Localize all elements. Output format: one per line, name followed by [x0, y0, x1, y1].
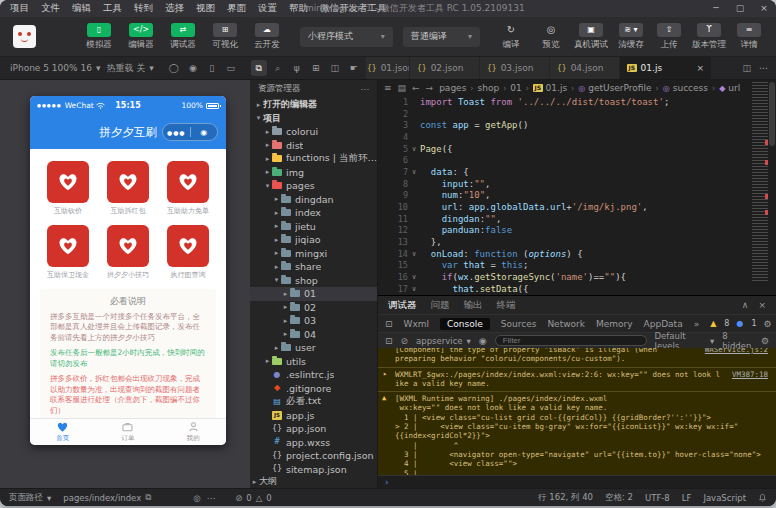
- debugger-tab[interactable]: 问题: [431, 299, 450, 312]
- phone-tab-profile[interactable]: 我的: [161, 419, 226, 445]
- tree-item[interactable]: ▸share: [250, 260, 377, 274]
- editor-tab[interactable]: {}03.json: [480, 57, 550, 79]
- fold-icon[interactable]: ∨: [408, 168, 420, 176]
- split-editor-icon[interactable]: ◫: [742, 63, 751, 73]
- tree-item[interactable]: ▾pages: [250, 179, 377, 193]
- tree-item[interactable]: ▸functions | 当前环境: cl...: [250, 152, 377, 166]
- indentation-setting[interactable]: 空格: 2: [605, 492, 633, 504]
- tree-item[interactable]: ▸01: [250, 287, 377, 301]
- cursor-position[interactable]: 行 162, 列 40: [538, 492, 593, 504]
- menu-item[interactable]: 编辑: [66, 2, 97, 15]
- menu-item[interactable]: 工具: [97, 2, 128, 15]
- tree-item[interactable]: JSapp.js: [250, 409, 377, 423]
- editor-menu-icon[interactable]: ≡: [384, 83, 392, 93]
- tree-item[interactable]: ◆.gitignore: [250, 382, 377, 396]
- devtools-tab[interactable]: Memory: [596, 319, 633, 329]
- tab-strip-more-icon[interactable]: ⋯: [759, 63, 768, 73]
- breadcrumb-item[interactable]: shop: [478, 83, 500, 93]
- back-icon[interactable]: ←: [412, 83, 420, 93]
- menu-item[interactable]: 设置: [252, 2, 283, 15]
- action-button-version[interactable]: ϒ版本管理: [690, 23, 728, 51]
- window-close-button[interactable]: ×: [752, 0, 776, 17]
- editor-tab[interactable]: {}02.json: [410, 57, 480, 79]
- menu-item[interactable]: 项目: [4, 2, 35, 15]
- explorer-section[interactable]: ▸打开的编辑器: [250, 98, 377, 112]
- more-dots-icon[interactable]: ●●●: [163, 129, 190, 136]
- tree-item[interactable]: ▸user: [250, 341, 377, 355]
- action-button-clear-cache[interactable]: ≋ ▾清缓存: [612, 23, 650, 51]
- debugger-tab[interactable]: 调试器: [388, 299, 417, 312]
- tree-item[interactable]: #app.wxss: [250, 436, 377, 450]
- toolbar-button-debugger[interactable]: ⇄调试器: [164, 23, 202, 51]
- breadcrumb-item[interactable]: ◎success: [663, 83, 708, 93]
- eol-setting[interactable]: LF: [682, 493, 692, 503]
- tree-item[interactable]: ▸img: [250, 166, 377, 180]
- explorer-section[interactable]: ▾项目: [250, 112, 377, 126]
- toolbar-button-editor-code[interactable]: </>编辑器: [122, 23, 160, 51]
- devtools-tab[interactable]: AppData: [644, 319, 683, 329]
- device-select[interactable]: iPhone 5 100% 16▾: [10, 63, 100, 73]
- breadcrumb-item[interactable]: 01: [510, 83, 521, 93]
- menu-item[interactable]: 视图: [190, 2, 221, 15]
- panel-icon[interactable]: ◫: [327, 60, 343, 76]
- git-branch-icon[interactable]: ψ: [289, 60, 305, 76]
- problems-indicator[interactable]: ⊘0 △0: [235, 493, 272, 503]
- copy-icon[interactable]: ⧉: [145, 492, 151, 503]
- page-path-select[interactable]: 页面路径▾: [9, 492, 51, 504]
- user-avatar[interactable]: [13, 25, 36, 48]
- breadcrumb-item[interactable]: ◎getUserProfile: [578, 83, 651, 93]
- console-settings-icon[interactable]: ⚙: [761, 336, 769, 346]
- portrait-icon[interactable]: ▯: [204, 60, 220, 76]
- tree-item[interactable]: ▸jiqiao: [250, 233, 377, 247]
- editor-tab[interactable]: {}04.json: [550, 57, 620, 79]
- source-link[interactable]: VM387:18: [732, 370, 768, 389]
- action-button-preview[interactable]: ◎预览: [532, 23, 570, 51]
- layout-icon[interactable]: ⊞: [308, 60, 324, 76]
- inspect-icon[interactable]: ⊡: [385, 336, 393, 346]
- search-icon[interactable]: ⌕: [270, 60, 286, 76]
- compile-mode-select[interactable]: 普通编译▾: [403, 27, 480, 47]
- collapse-panel-icon[interactable]: ∧: [742, 300, 749, 310]
- menu-item[interactable]: 界面: [221, 2, 252, 15]
- console-filter-input[interactable]: [495, 335, 647, 346]
- current-page-path[interactable]: pages/index/index⧉: [63, 492, 151, 503]
- bell-icon[interactable]: [758, 493, 767, 503]
- breadcrumb-item[interactable]: ◆url: [719, 83, 740, 93]
- hot-reload-toggle[interactable]: 热重载 关▾: [106, 62, 153, 75]
- editor-scrollbar[interactable]: [768, 80, 776, 295]
- encoding-setting[interactable]: UTF-8: [645, 493, 670, 503]
- capsule-menu[interactable]: ●●● ◉: [162, 123, 218, 141]
- forward-icon[interactable]: →: [426, 83, 434, 93]
- miniprogram-grid-item[interactable]: 互助拆红包: [104, 161, 152, 216]
- close-panel-icon[interactable]: ×: [758, 300, 766, 310]
- context-select[interactable]: appservice▾: [416, 336, 471, 346]
- rotate-icon[interactable]: ◯: [166, 60, 182, 76]
- action-button-device-debug[interactable]: ▣真机调试: [572, 23, 610, 51]
- window-minimize-button[interactable]: ─: [704, 0, 728, 17]
- clear-console-icon[interactable]: ⊘: [401, 336, 409, 346]
- tree-item[interactable]: {}sitemap.json: [250, 463, 377, 476]
- miniprogram-grid-item[interactable]: 执行图查询: [164, 225, 212, 280]
- menu-item[interactable]: 转到: [128, 2, 159, 15]
- phone-tab-heart[interactable]: 首页: [30, 419, 95, 445]
- menu-item[interactable]: 文件: [35, 2, 66, 15]
- miniprogram-grid-item[interactable]: 互助保卫现金: [44, 225, 92, 280]
- action-button-upload[interactable]: ⇧上传: [650, 23, 688, 51]
- fold-icon[interactable]: ∨: [408, 250, 420, 258]
- devtools-settings-icon[interactable]: ⚙: [764, 319, 772, 329]
- fold-icon[interactable]: ∨: [408, 273, 420, 281]
- toolbar-button-simulator[interactable]: ▯模拟器: [80, 23, 118, 51]
- tab-close-icon[interactable]: ×: [696, 63, 704, 73]
- action-button-compile[interactable]: ↻编译: [492, 23, 530, 51]
- debugger-tab[interactable]: 终端: [497, 299, 516, 312]
- tree-item[interactable]: ▤必看.txt: [250, 395, 377, 409]
- explorer-more-icon[interactable]: ⋯: [361, 84, 370, 94]
- phone-tab-orders[interactable]: 订单: [95, 419, 160, 445]
- eye-icon[interactable]: ◉: [479, 336, 487, 346]
- toolbar-button-visualize[interactable]: ⊞可视化: [206, 23, 244, 51]
- outline-section[interactable]: ▸ 大纲: [250, 475, 377, 488]
- editor-tab[interactable]: JS01.js×: [620, 57, 712, 79]
- tree-item[interactable]: ▸colorui: [250, 125, 377, 139]
- hand-icon[interactable]: ☛: [346, 60, 362, 76]
- menu-item[interactable]: 选择: [159, 2, 190, 15]
